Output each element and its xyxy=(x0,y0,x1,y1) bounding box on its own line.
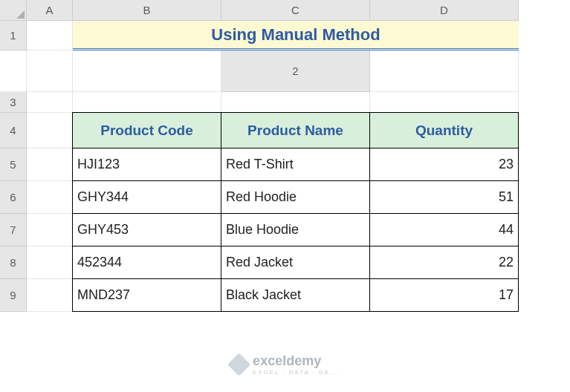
row-header-6[interactable]: 6 xyxy=(0,181,27,214)
td-name[interactable]: Red T-Shirt xyxy=(221,148,370,181)
watermark-logo-icon xyxy=(227,353,250,376)
page-title[interactable]: Using Manual Method xyxy=(73,21,519,50)
col-header-A[interactable]: A xyxy=(27,0,73,21)
td-qty[interactable]: 23 xyxy=(369,148,519,181)
row-header-8[interactable]: 8 xyxy=(0,246,27,279)
cell-C3[interactable] xyxy=(221,92,370,113)
cell-D3[interactable] xyxy=(370,92,519,113)
cell-A7[interactable] xyxy=(27,214,73,246)
td-name[interactable]: Red Jacket xyxy=(221,246,370,279)
row-header-1[interactable]: 1 xyxy=(0,21,27,50)
row-header-4[interactable]: 4 xyxy=(0,113,27,148)
td-qty[interactable]: 51 xyxy=(369,180,519,214)
th-quantity[interactable]: Quantity xyxy=(369,112,519,148)
td-code[interactable]: 452344 xyxy=(72,246,221,279)
th-product-code[interactable]: Product Code xyxy=(72,112,221,148)
td-name[interactable]: Blue Hoodie xyxy=(221,213,370,246)
td-name[interactable]: Red Hoodie xyxy=(221,180,370,214)
cell-D1[interactable] xyxy=(73,50,221,92)
cell-C1[interactable] xyxy=(27,50,73,92)
th-product-name[interactable]: Product Name xyxy=(221,112,370,148)
td-code[interactable]: GHY453 xyxy=(72,213,221,246)
select-all-corner[interactable] xyxy=(0,0,27,21)
row-header-9[interactable]: 9 xyxy=(0,279,27,312)
col-header-B[interactable]: B xyxy=(73,0,221,21)
td-code[interactable]: MND237 xyxy=(72,278,221,312)
td-code[interactable]: GHY344 xyxy=(72,180,221,214)
spreadsheet-grid: A B C D 1 2 Using Manual Method 3 4 Prod… xyxy=(0,0,570,312)
col-header-D[interactable]: D xyxy=(370,0,519,21)
cell-B3[interactable] xyxy=(73,92,221,113)
col-header-C[interactable]: C xyxy=(221,0,370,21)
td-qty[interactable]: 17 xyxy=(369,278,519,312)
cell-A1[interactable] xyxy=(27,21,73,50)
row-header-2[interactable]: 2 xyxy=(221,50,370,92)
td-qty[interactable]: 22 xyxy=(369,246,519,279)
td-name[interactable]: Black Jacket xyxy=(221,278,370,312)
cell-A3[interactable] xyxy=(27,92,73,113)
watermark-tagline: EXCEL · DATA · DE... xyxy=(253,369,340,376)
td-qty[interactable]: 44 xyxy=(369,213,519,246)
row-header-7[interactable]: 7 xyxy=(0,214,27,246)
cell-A5[interactable] xyxy=(27,148,73,181)
td-code[interactable]: HJI123 xyxy=(72,148,221,181)
watermark-brand: exceldemy xyxy=(253,353,340,369)
cell-A6[interactable] xyxy=(27,181,73,214)
cell-B1[interactable] xyxy=(0,50,27,92)
cell-A8[interactable] xyxy=(27,246,73,279)
row-header-5[interactable]: 5 xyxy=(0,148,27,181)
row-header-3[interactable]: 3 xyxy=(0,92,27,113)
watermark: exceldemy EXCEL · DATA · DE... xyxy=(230,353,340,376)
cell-A4[interactable] xyxy=(27,113,73,148)
cell-A9[interactable] xyxy=(27,279,73,312)
cell-A2[interactable] xyxy=(370,50,519,92)
